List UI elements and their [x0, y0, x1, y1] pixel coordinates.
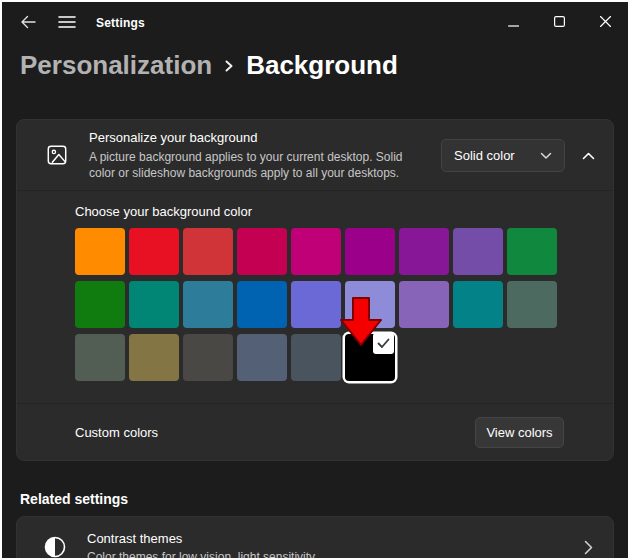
color-swatch[interactable]: [129, 334, 179, 381]
contrast-themes-title: Contrast themes: [87, 531, 315, 546]
color-swatch[interactable]: [291, 228, 341, 275]
titlebar: Settings: [2, 2, 628, 44]
maximize-button[interactable]: [536, 2, 582, 42]
color-swatch[interactable]: [75, 228, 125, 275]
contrast-icon: [43, 535, 67, 559]
custom-colors-row: Custom colors View colors: [17, 404, 613, 460]
chevron-right-icon: [584, 540, 593, 555]
color-swatch[interactable]: [507, 228, 557, 275]
color-picker-section: Choose your background color: [17, 191, 613, 403]
color-swatch[interactable]: [399, 281, 449, 328]
breadcrumb-personalization[interactable]: Personalization: [20, 50, 212, 81]
color-swatch[interactable]: [129, 228, 179, 275]
window-controls: [490, 2, 628, 44]
color-grid-row: [75, 281, 565, 328]
minimize-icon: [508, 15, 519, 30]
breadcrumb: Personalization Background: [20, 48, 628, 82]
color-swatch[interactable]: [453, 228, 503, 275]
color-swatch[interactable]: [345, 281, 395, 328]
color-grid-row: [75, 228, 565, 275]
personalize-text-block: Personalize your background A picture ba…: [89, 130, 429, 181]
color-grid-row: [75, 334, 565, 381]
background-type-dropdown[interactable]: Solid color: [441, 139, 565, 172]
color-swatch[interactable]: [183, 281, 233, 328]
chevron-down-icon: [540, 146, 552, 164]
color-swatch-selected[interactable]: [345, 334, 395, 381]
collapse-card-button[interactable]: [579, 139, 597, 172]
color-swatch[interactable]: [129, 281, 179, 328]
related-settings-heading: Related settings: [20, 491, 628, 507]
choose-color-label: Choose your background color: [75, 204, 597, 219]
contrast-themes-card[interactable]: Contrast themes Color themes for low vis…: [16, 516, 614, 560]
chevron-up-icon: [582, 148, 595, 163]
personalize-title: Personalize your background: [89, 130, 429, 145]
selected-check-icon: [373, 333, 394, 354]
contrast-text-block: Contrast themes Color themes for low vis…: [87, 531, 315, 560]
color-swatch[interactable]: [399, 228, 449, 275]
back-arrow-icon: [20, 14, 36, 33]
minimize-button[interactable]: [490, 2, 536, 42]
color-swatch[interactable]: [237, 281, 287, 328]
color-grid: [75, 228, 565, 381]
personalize-background-card: Personalize your background A picture ba…: [16, 119, 614, 461]
color-swatch[interactable]: [183, 228, 233, 275]
back-button[interactable]: [14, 9, 42, 37]
settings-window: Settings Personalization: [0, 0, 630, 560]
breadcrumb-background: Background: [246, 50, 398, 81]
personalize-header-row: Personalize your background A picture ba…: [17, 120, 613, 190]
color-swatch[interactable]: [75, 281, 125, 328]
breadcrumb-separator-icon: [224, 58, 234, 74]
color-swatch[interactable]: [453, 281, 503, 328]
personalize-description: A picture background applies to your cur…: [89, 149, 419, 181]
close-icon: [600, 15, 611, 30]
view-colors-button[interactable]: View colors: [475, 417, 564, 448]
hamburger-icon: [58, 15, 76, 32]
custom-colors-label: Custom colors: [75, 425, 158, 440]
color-swatch[interactable]: [345, 228, 395, 275]
app-title: Settings: [96, 16, 145, 30]
close-button[interactable]: [582, 2, 628, 42]
color-swatch[interactable]: [237, 228, 287, 275]
picture-icon: [45, 143, 69, 167]
color-swatch[interactable]: [291, 334, 341, 381]
color-swatch[interactable]: [75, 334, 125, 381]
navigation-menu-button[interactable]: [52, 9, 82, 37]
color-swatch[interactable]: [183, 334, 233, 381]
contrast-themes-subtitle: Color themes for low vision, light sensi…: [87, 550, 315, 560]
maximize-icon: [554, 15, 565, 30]
color-swatch[interactable]: [237, 334, 287, 381]
background-type-value: Solid color: [454, 148, 540, 163]
color-swatch[interactable]: [507, 281, 557, 328]
color-swatch[interactable]: [291, 281, 341, 328]
